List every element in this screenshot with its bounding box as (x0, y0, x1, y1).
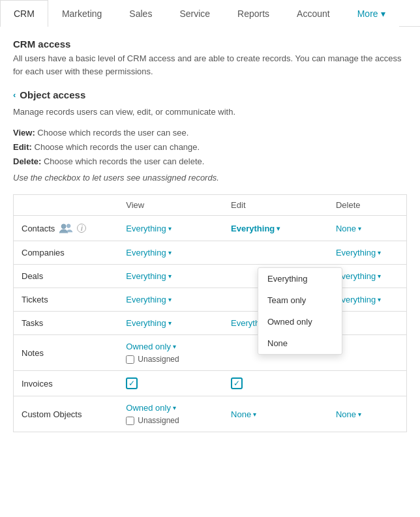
notes-view-dropdown[interactable]: Owned only ▾ (126, 342, 176, 351)
companies-edit-cell (223, 241, 328, 265)
table-row: Notes Owned only ▾ Unassigned (14, 335, 407, 371)
access-table-wrapper: View Edit Delete Contacts (13, 194, 407, 432)
contacts-delete-dropdown[interactable]: None ▾ (336, 224, 361, 233)
caret-icon: ▾ (173, 343, 176, 350)
table-row: Contacts i (14, 216, 407, 241)
dropdown-option-team-only[interactable]: Team only (258, 289, 342, 311)
custom-objects-edit-cell: None ▾ (223, 396, 328, 432)
dropdown-option-everything[interactable]: Everything (258, 268, 342, 289)
caret-icon: ▾ (168, 296, 172, 303)
legend-edit-term: Edit: (13, 142, 32, 152)
row-tasks-label: Tasks (14, 312, 119, 335)
legend-delete: Delete: Choose which records the user ca… (13, 155, 407, 169)
caret-icon: ▾ (358, 225, 361, 232)
tickets-delete-dropdown[interactable]: Everything ▾ (336, 295, 381, 304)
svg-point-1 (67, 224, 71, 228)
crm-access-description: All users have a basic level of CRM acce… (13, 52, 407, 78)
caret-icon: ▾ (277, 225, 280, 232)
companies-delete-dropdown[interactable]: Everything ▾ (336, 248, 381, 258)
legend-delete-term: Delete: (13, 156, 41, 166)
dropdown-option-none[interactable]: None (258, 332, 342, 354)
dropdown-option-owned-only[interactable]: Owned only (258, 311, 342, 332)
companies-view-cell: Everything ▾ (118, 241, 223, 265)
deals-delete-dropdown[interactable]: Everything ▾ (336, 271, 381, 281)
tasks-view-cell: Everything ▾ (118, 312, 223, 335)
contacts-view-dropdown[interactable]: Everything ▾ (126, 224, 171, 233)
companies-view-dropdown[interactable]: Everything ▾ (126, 248, 171, 258)
col-header-label (14, 195, 119, 216)
custom-objects-unassigned-row: Unassigned (126, 416, 215, 425)
invoices-delete-cell (328, 371, 407, 396)
invoices-view-checkbox[interactable]: ✓ (126, 377, 138, 389)
tab-crm[interactable]: CRM (0, 0, 48, 27)
crm-access-title: CRM access (13, 38, 407, 50)
contacts-view-cell: Everything ▾ (118, 216, 223, 241)
custom-objects-delete-cell: None ▾ (328, 396, 407, 432)
crm-access-section: CRM access All users have a basic level … (13, 38, 407, 78)
caret-icon: ▾ (168, 225, 172, 232)
notes-unassigned-row: Unassigned (126, 355, 215, 364)
tasks-view-dropdown[interactable]: Everything ▾ (126, 318, 171, 328)
legend-note: Use the checkbox to let users see unassi… (13, 173, 407, 183)
row-tickets-label: Tickets (14, 288, 119, 312)
legend-view-term: View: (13, 128, 35, 138)
access-table: View Edit Delete Contacts (13, 194, 407, 432)
tickets-view-dropdown[interactable]: Everything ▾ (126, 295, 171, 304)
custom-objects-unassigned-checkbox[interactable] (126, 417, 134, 425)
custom-objects-view-dropdown[interactable]: Owned only ▾ (126, 403, 176, 413)
caret-icon: ▾ (378, 273, 381, 280)
legend: View: Choose which records the user can … (13, 126, 407, 169)
deals-view-dropdown[interactable]: Everything ▾ (126, 271, 171, 281)
tab-reports[interactable]: Reports (224, 0, 283, 27)
table-row: Deals Everything ▾ Everything ▾ (14, 265, 407, 288)
tickets-view-cell: Everything ▾ (118, 288, 223, 312)
row-companies-label: Companies (14, 241, 119, 265)
invoices-view-cell: ✓ (118, 371, 223, 396)
notes-unassigned-checkbox[interactable] (126, 355, 134, 364)
custom-objects-delete-dropdown[interactable]: None ▾ (336, 409, 361, 419)
caret-icon: ▾ (168, 249, 172, 256)
col-header-edit: Edit (223, 195, 328, 216)
object-access-title: Object access (20, 89, 85, 100)
table-row: Tasks Everything ▾ Everything ▾ (14, 312, 407, 335)
custom-objects-edit-dropdown[interactable]: None ▾ (231, 409, 256, 419)
contacts-info-icon[interactable]: i (77, 224, 86, 233)
object-access-description: Manage records users can view, edit, or … (13, 107, 407, 117)
custom-objects-unassigned-label: Unassigned (138, 416, 179, 425)
tab-more[interactable]: More ▾ (344, 0, 399, 27)
svg-point-0 (61, 224, 66, 229)
table-row: Invoices ✓ ✓ (14, 371, 407, 396)
tab-service[interactable]: Service (166, 0, 224, 27)
caret-icon: ▾ (168, 319, 172, 327)
object-access-toggle[interactable]: ‹ Object access (13, 89, 407, 100)
object-access-section: ‹ Object access Manage records users can… (13, 89, 407, 432)
row-contacts-label: Contacts i (14, 216, 119, 241)
custom-objects-view-cell: Owned only ▾ Unassigned (118, 396, 223, 432)
invoices-edit-cell: ✓ (223, 371, 328, 396)
table-row: Companies Everything ▾ Everything ▾ (14, 241, 407, 265)
legend-view: View: Choose which records the user can … (13, 126, 407, 140)
caret-icon: ▾ (378, 296, 381, 303)
notes-view-cell: Owned only ▾ Unassigned (118, 335, 223, 371)
table-row: Tickets Everything ▾ Everything ▾ (14, 288, 407, 312)
contacts-icon (59, 222, 73, 234)
dropdown-menu: Everything Team only Owned only None (258, 267, 342, 355)
col-header-view: View (118, 195, 223, 216)
deals-view-cell: Everything ▾ (118, 265, 223, 288)
contacts-edit-cell: Everything ▾ (223, 216, 328, 241)
row-invoices-label: Invoices (14, 371, 119, 396)
contacts-delete-cell: None ▾ (328, 216, 407, 241)
caret-icon: ▾ (378, 249, 381, 256)
legend-edit: Edit: Choose which records the user can … (13, 140, 407, 155)
caret-icon: ▾ (173, 404, 176, 411)
tab-marketing[interactable]: Marketing (48, 0, 115, 27)
table-row: Custom Objects Owned only ▾ Unassigned (14, 396, 407, 432)
contacts-edit-dropdown[interactable]: Everything ▾ (231, 224, 280, 233)
notes-unassigned-label: Unassigned (138, 355, 179, 364)
invoices-edit-checkbox[interactable]: ✓ (231, 377, 243, 389)
chevron-down-icon: ▾ (381, 8, 385, 19)
tab-account[interactable]: Account (283, 0, 344, 27)
nav-tabs: CRM Marketing Sales Service Reports Acco… (0, 0, 420, 27)
caret-icon: ▾ (253, 411, 256, 418)
tab-sales[interactable]: Sales (115, 0, 166, 27)
